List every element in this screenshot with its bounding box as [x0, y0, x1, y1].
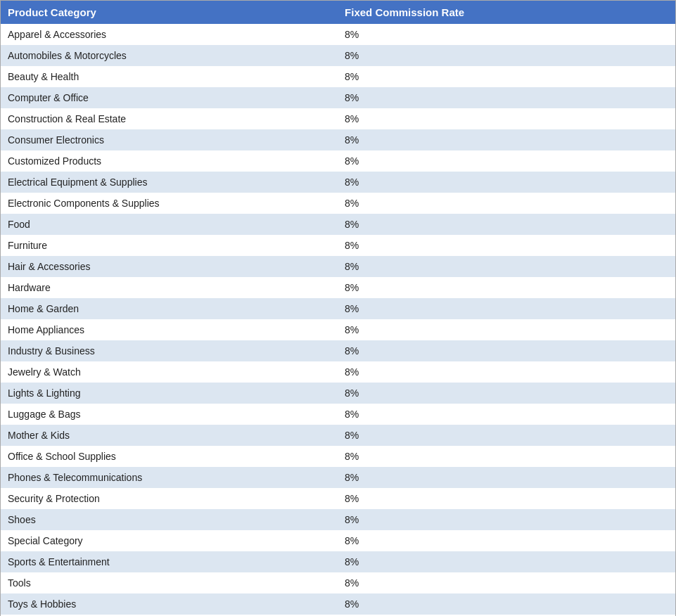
rate-cell: 8% [338, 404, 675, 425]
fixed-commission-header: Fixed Commission Rate [338, 1, 675, 24]
table-row: Customized Products8% [1, 150, 675, 172]
rate-cell: 8% [338, 340, 675, 361]
category-cell: Automobiles & Motorcycles [1, 45, 338, 66]
table-row: Sports & Entertainment8% [1, 551, 675, 572]
table-row: Automobiles & Motorcycles8% [1, 45, 675, 66]
product-category-header: Product Category [1, 1, 338, 24]
rate-cell: 8% [338, 298, 675, 319]
table-row: Home Appliances8% [1, 319, 675, 340]
table-row: Hardware8% [1, 277, 675, 298]
category-cell: Phones & Telecommunications [1, 467, 338, 488]
table-row: Mother & Kids8% [1, 425, 675, 446]
category-cell: Shoes [1, 509, 338, 530]
category-cell: Home & Garden [1, 298, 338, 319]
rate-cell: 8% [338, 425, 675, 446]
category-cell: Customized Products [1, 150, 338, 172]
category-cell: Industry & Business [1, 340, 338, 361]
rate-cell: 8% [338, 45, 675, 66]
category-cell: Hair & Accessories [1, 256, 338, 277]
rate-cell: 8% [338, 361, 675, 383]
rate-cell: 8% [338, 446, 675, 467]
rate-cell: 8% [338, 593, 675, 615]
rate-cell: 8% [338, 530, 675, 551]
table-row: Tools8% [1, 572, 675, 593]
category-cell: Special Category [1, 530, 338, 551]
rate-cell: 8% [338, 150, 675, 172]
category-cell: Furniture [1, 235, 338, 256]
category-cell: Jewelry & Watch [1, 361, 338, 383]
table-row: Construction & Real Estate8% [1, 108, 675, 129]
rate-cell: 8% [338, 235, 675, 256]
category-cell: Mother & Kids [1, 425, 338, 446]
category-cell: Apparel & Accessories [1, 24, 338, 45]
table-row: Security & Protection8% [1, 488, 675, 509]
table-row: Special Category8% [1, 530, 675, 551]
table-body: Apparel & Accessories8%Automobiles & Mot… [1, 24, 675, 616]
rate-cell: 8% [338, 319, 675, 340]
category-cell: Security & Protection [1, 488, 338, 509]
rate-cell: 8% [338, 214, 675, 235]
category-cell: Home Appliances [1, 319, 338, 340]
rate-cell: 8% [338, 551, 675, 572]
table-row: Food8% [1, 214, 675, 235]
category-cell: Construction & Real Estate [1, 108, 338, 129]
category-cell: Beauty & Health [1, 66, 338, 87]
category-cell: Consumer Electronics [1, 129, 338, 150]
table-row: Lights & Lighting8% [1, 383, 675, 404]
category-cell: Luggage & Bags [1, 404, 338, 425]
table-row: Shoes8% [1, 509, 675, 530]
rate-cell: 8% [338, 24, 675, 45]
table-row: Hair & Accessories8% [1, 256, 675, 277]
rate-cell: 8% [338, 509, 675, 530]
rate-cell: 8% [338, 172, 675, 193]
category-cell: Electrical Equipment & Supplies [1, 172, 338, 193]
category-cell: Toys & Hobbies [1, 593, 338, 615]
rate-cell: 8% [338, 488, 675, 509]
rate-cell: 8% [338, 467, 675, 488]
table-row: Electronic Components & Supplies8% [1, 193, 675, 214]
rate-cell: 8% [338, 66, 675, 87]
category-cell: Lights & Lighting [1, 383, 338, 404]
category-cell: Food [1, 214, 338, 235]
table-row: Apparel & Accessories8% [1, 24, 675, 45]
table-row: Furniture8% [1, 235, 675, 256]
table-row: Consumer Electronics8% [1, 129, 675, 150]
category-cell: Hardware [1, 277, 338, 298]
rate-cell: 8% [338, 193, 675, 214]
rate-cell: 8% [338, 256, 675, 277]
table-row: Office & School Supplies8% [1, 446, 675, 467]
table-header-row: Product Category Fixed Commission Rate [1, 1, 675, 24]
table-row: Computer & Office8% [1, 87, 675, 108]
table-row: Jewelry & Watch8% [1, 361, 675, 383]
rate-cell: 8% [338, 108, 675, 129]
rate-cell: 8% [338, 129, 675, 150]
rate-cell: 8% [338, 572, 675, 593]
table-row: Beauty & Health8% [1, 66, 675, 87]
table-row: Toys & Hobbies8% [1, 593, 675, 615]
category-cell: Office & School Supplies [1, 446, 338, 467]
table-row: Luggage & Bags8% [1, 404, 675, 425]
table-row: Phones & Telecommunications8% [1, 467, 675, 488]
category-cell: Sports & Entertainment [1, 551, 338, 572]
category-cell: Electronic Components & Supplies [1, 193, 338, 214]
commission-table-container: Product Category Fixed Commission Rate A… [0, 0, 676, 616]
category-cell: Computer & Office [1, 87, 338, 108]
rate-cell: 8% [338, 277, 675, 298]
table-row: Industry & Business8% [1, 340, 675, 361]
category-cell: Tools [1, 572, 338, 593]
rate-cell: 8% [338, 383, 675, 404]
commission-table: Product Category Fixed Commission Rate A… [1, 1, 675, 616]
rate-cell: 8% [338, 87, 675, 108]
table-row: Home & Garden8% [1, 298, 675, 319]
table-row: Electrical Equipment & Supplies8% [1, 172, 675, 193]
